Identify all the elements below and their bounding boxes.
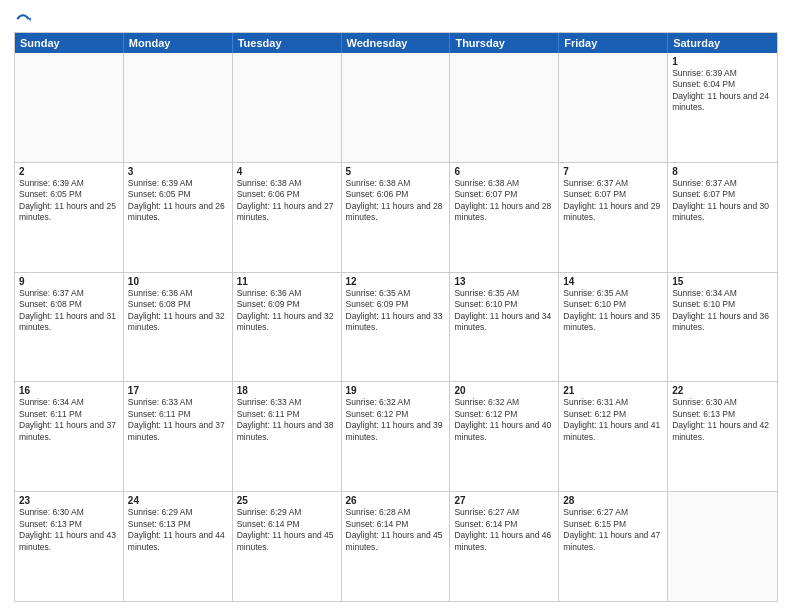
day-cell-7: 7Sunrise: 6:37 AM Sunset: 6:07 PM Daylig… <box>559 163 668 272</box>
week-row-5: 23Sunrise: 6:30 AM Sunset: 6:13 PM Dayli… <box>15 492 777 601</box>
day-cell-14: 14Sunrise: 6:35 AM Sunset: 6:10 PM Dayli… <box>559 273 668 382</box>
calendar-header: SundayMondayTuesdayWednesdayThursdayFrid… <box>15 33 777 53</box>
weekday-header-sunday: Sunday <box>15 33 124 53</box>
day-info: Sunrise: 6:39 AM Sunset: 6:05 PM Dayligh… <box>19 178 119 224</box>
day-cell-18: 18Sunrise: 6:33 AM Sunset: 6:11 PM Dayli… <box>233 382 342 491</box>
day-info: Sunrise: 6:39 AM Sunset: 6:05 PM Dayligh… <box>128 178 228 224</box>
weekday-header-thursday: Thursday <box>450 33 559 53</box>
day-cell-25: 25Sunrise: 6:29 AM Sunset: 6:14 PM Dayli… <box>233 492 342 601</box>
day-cell-11: 11Sunrise: 6:36 AM Sunset: 6:09 PM Dayli… <box>233 273 342 382</box>
empty-cell <box>342 53 451 162</box>
day-number: 4 <box>237 166 337 177</box>
day-cell-26: 26Sunrise: 6:28 AM Sunset: 6:14 PM Dayli… <box>342 492 451 601</box>
day-info: Sunrise: 6:36 AM Sunset: 6:09 PM Dayligh… <box>237 288 337 334</box>
day-info: Sunrise: 6:37 AM Sunset: 6:07 PM Dayligh… <box>563 178 663 224</box>
day-info: Sunrise: 6:33 AM Sunset: 6:11 PM Dayligh… <box>237 397 337 443</box>
day-number: 23 <box>19 495 119 506</box>
day-info: Sunrise: 6:29 AM Sunset: 6:13 PM Dayligh… <box>128 507 228 553</box>
day-number: 2 <box>19 166 119 177</box>
day-number: 27 <box>454 495 554 506</box>
day-number: 10 <box>128 276 228 287</box>
day-info: Sunrise: 6:29 AM Sunset: 6:14 PM Dayligh… <box>237 507 337 553</box>
empty-cell <box>559 53 668 162</box>
day-info: Sunrise: 6:39 AM Sunset: 6:04 PM Dayligh… <box>672 68 773 114</box>
day-cell-24: 24Sunrise: 6:29 AM Sunset: 6:13 PM Dayli… <box>124 492 233 601</box>
day-number: 3 <box>128 166 228 177</box>
day-info: Sunrise: 6:38 AM Sunset: 6:06 PM Dayligh… <box>346 178 446 224</box>
weekday-header-friday: Friday <box>559 33 668 53</box>
day-number: 21 <box>563 385 663 396</box>
day-info: Sunrise: 6:30 AM Sunset: 6:13 PM Dayligh… <box>19 507 119 553</box>
week-row-2: 2Sunrise: 6:39 AM Sunset: 6:05 PM Daylig… <box>15 163 777 273</box>
day-cell-12: 12Sunrise: 6:35 AM Sunset: 6:09 PM Dayli… <box>342 273 451 382</box>
day-number: 17 <box>128 385 228 396</box>
day-info: Sunrise: 6:38 AM Sunset: 6:07 PM Dayligh… <box>454 178 554 224</box>
empty-cell <box>233 53 342 162</box>
day-number: 6 <box>454 166 554 177</box>
empty-cell <box>15 53 124 162</box>
day-cell-2: 2Sunrise: 6:39 AM Sunset: 6:05 PM Daylig… <box>15 163 124 272</box>
day-info: Sunrise: 6:28 AM Sunset: 6:14 PM Dayligh… <box>346 507 446 553</box>
day-cell-16: 16Sunrise: 6:34 AM Sunset: 6:11 PM Dayli… <box>15 382 124 491</box>
day-cell-20: 20Sunrise: 6:32 AM Sunset: 6:12 PM Dayli… <box>450 382 559 491</box>
day-number: 19 <box>346 385 446 396</box>
day-cell-4: 4Sunrise: 6:38 AM Sunset: 6:06 PM Daylig… <box>233 163 342 272</box>
weekday-header-saturday: Saturday <box>668 33 777 53</box>
day-cell-23: 23Sunrise: 6:30 AM Sunset: 6:13 PM Dayli… <box>15 492 124 601</box>
day-info: Sunrise: 6:36 AM Sunset: 6:08 PM Dayligh… <box>128 288 228 334</box>
day-cell-27: 27Sunrise: 6:27 AM Sunset: 6:14 PM Dayli… <box>450 492 559 601</box>
header-area <box>14 10 778 28</box>
day-info: Sunrise: 6:31 AM Sunset: 6:12 PM Dayligh… <box>563 397 663 443</box>
day-number: 8 <box>672 166 773 177</box>
empty-cell <box>124 53 233 162</box>
day-info: Sunrise: 6:32 AM Sunset: 6:12 PM Dayligh… <box>454 397 554 443</box>
weekday-header-monday: Monday <box>124 33 233 53</box>
day-info: Sunrise: 6:34 AM Sunset: 6:10 PM Dayligh… <box>672 288 773 334</box>
calendar-body: 1Sunrise: 6:39 AM Sunset: 6:04 PM Daylig… <box>15 53 777 601</box>
day-info: Sunrise: 6:27 AM Sunset: 6:15 PM Dayligh… <box>563 507 663 553</box>
day-number: 28 <box>563 495 663 506</box>
day-cell-15: 15Sunrise: 6:34 AM Sunset: 6:10 PM Dayli… <box>668 273 777 382</box>
day-number: 12 <box>346 276 446 287</box>
day-cell-6: 6Sunrise: 6:38 AM Sunset: 6:07 PM Daylig… <box>450 163 559 272</box>
day-number: 24 <box>128 495 228 506</box>
day-cell-3: 3Sunrise: 6:39 AM Sunset: 6:05 PM Daylig… <box>124 163 233 272</box>
day-number: 15 <box>672 276 773 287</box>
calendar: SundayMondayTuesdayWednesdayThursdayFrid… <box>14 32 778 602</box>
day-number: 13 <box>454 276 554 287</box>
day-info: Sunrise: 6:27 AM Sunset: 6:14 PM Dayligh… <box>454 507 554 553</box>
week-row-3: 9Sunrise: 6:37 AM Sunset: 6:08 PM Daylig… <box>15 273 777 383</box>
week-row-4: 16Sunrise: 6:34 AM Sunset: 6:11 PM Dayli… <box>15 382 777 492</box>
day-cell-19: 19Sunrise: 6:32 AM Sunset: 6:12 PM Dayli… <box>342 382 451 491</box>
day-info: Sunrise: 6:30 AM Sunset: 6:13 PM Dayligh… <box>672 397 773 443</box>
day-info: Sunrise: 6:38 AM Sunset: 6:06 PM Dayligh… <box>237 178 337 224</box>
page: SundayMondayTuesdayWednesdayThursdayFrid… <box>0 0 792 612</box>
day-cell-13: 13Sunrise: 6:35 AM Sunset: 6:10 PM Dayli… <box>450 273 559 382</box>
day-cell-21: 21Sunrise: 6:31 AM Sunset: 6:12 PM Dayli… <box>559 382 668 491</box>
day-number: 22 <box>672 385 773 396</box>
empty-cell <box>450 53 559 162</box>
logo-icon <box>14 10 32 28</box>
day-cell-5: 5Sunrise: 6:38 AM Sunset: 6:06 PM Daylig… <box>342 163 451 272</box>
day-number: 5 <box>346 166 446 177</box>
day-number: 1 <box>672 56 773 67</box>
day-info: Sunrise: 6:35 AM Sunset: 6:09 PM Dayligh… <box>346 288 446 334</box>
day-info: Sunrise: 6:34 AM Sunset: 6:11 PM Dayligh… <box>19 397 119 443</box>
day-cell-28: 28Sunrise: 6:27 AM Sunset: 6:15 PM Dayli… <box>559 492 668 601</box>
day-cell-9: 9Sunrise: 6:37 AM Sunset: 6:08 PM Daylig… <box>15 273 124 382</box>
day-info: Sunrise: 6:37 AM Sunset: 6:08 PM Dayligh… <box>19 288 119 334</box>
day-cell-22: 22Sunrise: 6:30 AM Sunset: 6:13 PM Dayli… <box>668 382 777 491</box>
day-cell-17: 17Sunrise: 6:33 AM Sunset: 6:11 PM Dayli… <box>124 382 233 491</box>
day-number: 26 <box>346 495 446 506</box>
day-cell-8: 8Sunrise: 6:37 AM Sunset: 6:07 PM Daylig… <box>668 163 777 272</box>
empty-cell <box>668 492 777 601</box>
day-cell-1: 1Sunrise: 6:39 AM Sunset: 6:04 PM Daylig… <box>668 53 777 162</box>
week-row-1: 1Sunrise: 6:39 AM Sunset: 6:04 PM Daylig… <box>15 53 777 163</box>
day-info: Sunrise: 6:33 AM Sunset: 6:11 PM Dayligh… <box>128 397 228 443</box>
weekday-header-tuesday: Tuesday <box>233 33 342 53</box>
day-number: 7 <box>563 166 663 177</box>
day-cell-10: 10Sunrise: 6:36 AM Sunset: 6:08 PM Dayli… <box>124 273 233 382</box>
logo <box>14 10 34 28</box>
day-number: 16 <box>19 385 119 396</box>
day-number: 25 <box>237 495 337 506</box>
